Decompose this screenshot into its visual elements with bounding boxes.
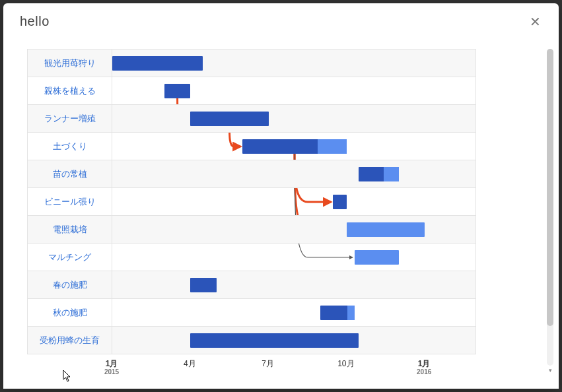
gantt-bar-remaining [384, 167, 399, 181]
gantt-row-label[interactable]: 春の施肥 [28, 271, 112, 298]
gantt-bar[interactable] [355, 250, 399, 265]
gantt-row: 親株を植える [28, 77, 475, 105]
gantt-bar[interactable] [320, 306, 354, 320]
gantt-bar[interactable] [242, 139, 347, 154]
gantt-row: マルチング [28, 244, 475, 271]
gantt-row: 春の施肥 [28, 271, 475, 299]
gantt-row: 土づくり [28, 133, 475, 160]
gantt-chart: 観光用苺狩り親株を植えるランナー増殖土づくり苗の常植ビニール張り電照栽培マルチン… [27, 49, 476, 354]
gantt-bar[interactable] [333, 195, 347, 209]
gantt-row-label[interactable]: 電照栽培 [28, 216, 112, 243]
gantt-row-track [112, 271, 475, 298]
axis-tick: 4月 [184, 360, 196, 368]
gantt-row: ビニール張り [28, 188, 475, 216]
gantt-row: 秋の施肥 [28, 299, 475, 327]
gantt-row: 受粉用蜂の生育 [28, 327, 475, 354]
close-icon: ✕ [530, 14, 541, 30]
gantt-bar-remaining [318, 139, 347, 154]
gantt-row-track [112, 244, 475, 271]
gantt-bar-remaining [347, 306, 354, 320]
gantt-row-label[interactable]: 秋の施肥 [28, 299, 112, 326]
gantt-bar[interactable] [359, 167, 398, 181]
gantt-bar[interactable] [190, 112, 268, 126]
dialog-body[interactable]: 観光用苺狩り親株を植えるランナー増殖土づくり苗の常植ビニール張り電照栽培マルチン… [3, 40, 559, 389]
gantt-row-label[interactable]: 親株を植える [28, 77, 112, 104]
scroll-down-icon[interactable]: ▾ [547, 367, 553, 374]
gantt-row-label[interactable]: 観光用苺狩り [28, 49, 112, 77]
dialog-title: hello [20, 14, 50, 29]
gantt-row-label[interactable]: 土づくり [28, 133, 112, 160]
gantt-row-track [112, 327, 475, 354]
gantt-row-track [112, 49, 475, 77]
gantt-row-track [112, 77, 475, 104]
gantt-row: ランナー増殖 [28, 105, 475, 133]
scrollbar-thumb[interactable] [547, 49, 553, 326]
gantt-row-label[interactable]: 苗の常植 [28, 160, 112, 187]
time-axis: 1月20154月7月10月1月2016 [27, 356, 476, 376]
gantt-row-track [112, 160, 475, 187]
gantt-row-track [112, 299, 475, 326]
gantt-row: 観光用苺狩り [28, 49, 475, 77]
gantt-bar[interactable] [190, 333, 359, 348]
gantt-row-label[interactable]: マルチング [28, 244, 112, 271]
gantt-row-track [112, 188, 475, 215]
dialog: hello ✕ 観光用苺狩り親株を植えるランナー増殖土づくり苗の常植ビニール張り… [3, 3, 559, 389]
gantt-bar[interactable] [190, 278, 216, 292]
axis-tick: 10月 [337, 360, 354, 368]
gantt-row-track [112, 105, 475, 132]
axis-tick: 1月2015 [104, 360, 119, 376]
scrollbar[interactable]: ▴ ▾ [547, 49, 553, 366]
gantt-row-label[interactable]: 受粉用蜂の生育 [28, 327, 112, 354]
gantt-bar[interactable] [347, 222, 425, 237]
axis-tick: 1月2016 [417, 360, 431, 376]
gantt-row: 電照栽培 [28, 216, 475, 244]
gantt-row: 苗の常植 [28, 160, 475, 188]
gantt-bar[interactable] [164, 84, 190, 98]
gantt-row-track [112, 133, 475, 160]
gantt-bar[interactable] [112, 56, 203, 71]
gantt-row-label[interactable]: ビニール張り [28, 188, 112, 215]
close-button[interactable]: ✕ [526, 13, 544, 31]
axis-tick: 7月 [262, 360, 274, 368]
gantt-row-track [112, 216, 475, 243]
dialog-header: hello ✕ [3, 3, 559, 40]
gantt-row-label[interactable]: ランナー増殖 [28, 105, 112, 132]
